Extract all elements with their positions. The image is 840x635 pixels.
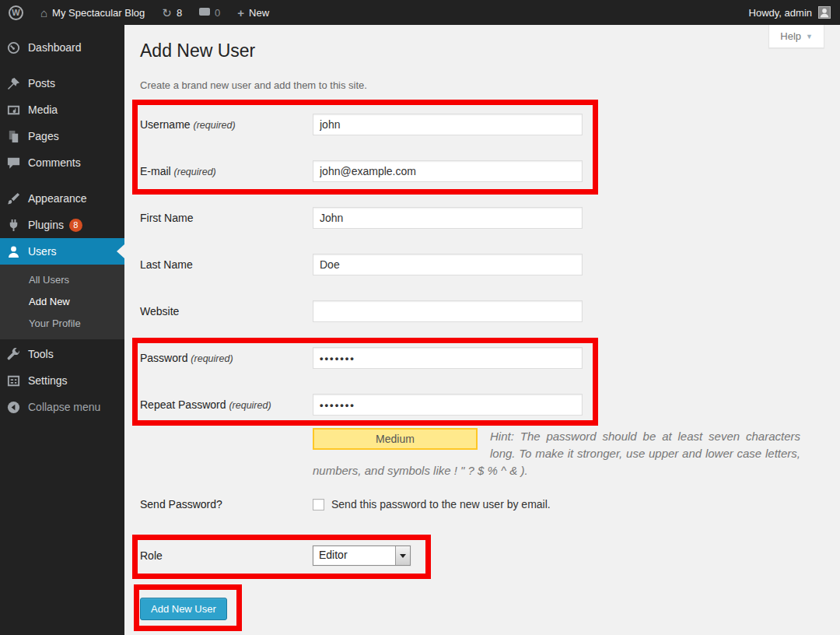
password-field[interactable] [313, 347, 583, 369]
updates-count: 8 [177, 7, 182, 19]
required-note: (required) [193, 120, 235, 131]
new-label: New [249, 7, 269, 19]
updates-link[interactable]: ↻ 8 [153, 0, 191, 25]
admin-bar: W ⌂ My Spectacular Blog ↻ 8 0 + New Howd… [0, 0, 840, 25]
plugin-icon [6, 218, 21, 233]
send-password-label: Send Password? [140, 498, 313, 510]
sidebar-item-appearance[interactable]: Appearance [0, 185, 124, 212]
plus-icon: + [237, 7, 244, 19]
sidebar-item-pages[interactable]: Pages [0, 123, 124, 149]
first-name-label: First Name [140, 212, 193, 224]
role-select[interactable]: Editor [313, 546, 411, 566]
username-label: Username [140, 118, 191, 131]
email-field[interactable] [313, 160, 583, 182]
last-name-field[interactable] [313, 254, 583, 275]
howdy-text: Howdy, admin [749, 7, 812, 19]
form-row-send-password: Send Password? Send this password to the… [140, 487, 824, 521]
plugins-update-badge: 8 [69, 219, 82, 232]
password-label: Password [140, 352, 187, 364]
dashboard-icon [6, 40, 21, 55]
page-description: Create a brand new user and add them to … [140, 79, 824, 93]
role-label: Role [140, 549, 313, 562]
last-name-label: Last Name [140, 258, 193, 271]
sidebar-item-settings[interactable]: Settings [0, 367, 124, 394]
appearance-icon [6, 191, 21, 206]
home-icon: ⌂ [40, 7, 47, 19]
send-password-checkbox[interactable] [313, 499, 324, 510]
form-row-password: Password (required) [140, 335, 824, 381]
pages-icon [6, 129, 21, 144]
users-icon [6, 244, 21, 259]
send-password-checkbox-label[interactable]: Send this password to the new user by em… [331, 498, 551, 510]
first-name-field[interactable] [313, 207, 583, 229]
wordpress-menu[interactable]: W [0, 0, 32, 25]
submenu-item-your-profile[interactable]: Your Profile [0, 313, 124, 335]
website-label: Website [140, 305, 179, 318]
site-name: My Spectacular Blog [52, 7, 145, 19]
sidebar-item-tools[interactable]: Tools [0, 341, 124, 367]
form-row-username: Username (required) [140, 101, 824, 148]
settings-icon [6, 374, 21, 388]
required-note: (required) [174, 167, 216, 177]
repeat-password-label: Repeat Password [140, 398, 226, 411]
comments-count: 0 [215, 7, 220, 19]
website-field[interactable] [313, 300, 583, 322]
form-row-repeat-password: Repeat Password (required) [140, 381, 824, 428]
form-row-role: Role Editor [140, 521, 824, 584]
avatar [818, 6, 831, 19]
form-row-first-name: First Name [140, 195, 824, 241]
username-field[interactable] [313, 114, 583, 135]
sidebar-item-users[interactable]: Users [0, 238, 124, 265]
collapse-icon [6, 400, 21, 415]
submenu-item-add-new[interactable]: Add New [0, 291, 124, 313]
email-label: E-mail [140, 165, 171, 177]
users-submenu: All Users Add New Your Profile [0, 265, 124, 339]
sidebar-item-media[interactable]: Media [0, 96, 124, 123]
site-name-link[interactable]: ⌂ My Spectacular Blog [32, 0, 153, 25]
new-content-link[interactable]: + New [229, 0, 278, 25]
required-note: (required) [229, 400, 271, 411]
submenu-item-all-users[interactable]: All Users [0, 269, 124, 291]
password-strength-meter: Medium [313, 428, 478, 450]
role-selected-value: Editor [313, 546, 395, 565]
form-row-website: Website [140, 288, 824, 335]
repeat-password-field[interactable] [313, 394, 583, 416]
help-button[interactable]: Help ▼ [768, 25, 824, 48]
comments-bubble-icon [199, 8, 210, 16]
form-row-email: E-mail (required) [140, 148, 824, 195]
sidebar-item-dashboard[interactable]: Dashboard [0, 34, 124, 61]
main-content: Help ▼ Add New User Create a brand new u… [124, 25, 840, 635]
sidebar-item-comments[interactable]: Comments [0, 149, 124, 176]
tools-icon [6, 347, 21, 362]
password-strength-section: Medium Hint: The password should be at l… [313, 428, 800, 487]
sidebar-item-plugins[interactable]: Plugins 8 [0, 212, 124, 238]
wordpress-logo-icon: W [9, 5, 23, 20]
updates-icon: ↻ [162, 7, 172, 19]
page-title: Add New User [140, 25, 824, 62]
media-icon [6, 103, 21, 118]
add-new-user-button[interactable]: Add New User [140, 598, 227, 620]
pushpin-icon [6, 76, 21, 91]
sidebar-item-collapse-menu[interactable]: Collapse menu [0, 394, 124, 420]
comments-icon [6, 156, 21, 170]
active-menu-arrow [117, 244, 124, 258]
comments-link[interactable]: 0 [191, 0, 229, 25]
chevron-down-icon: ▼ [806, 33, 813, 40]
dropdown-arrow-icon [400, 554, 406, 561]
required-note: (required) [191, 353, 233, 364]
form-row-last-name: Last Name [140, 241, 824, 288]
admin-sidebar: Dashboard Posts Media Pages Comments App… [0, 25, 124, 635]
account-menu[interactable]: Howdy, admin [740, 0, 840, 25]
sidebar-item-posts[interactable]: Posts [0, 70, 124, 96]
add-user-form: Username (required) E-mail (required) Fi… [140, 101, 824, 620]
